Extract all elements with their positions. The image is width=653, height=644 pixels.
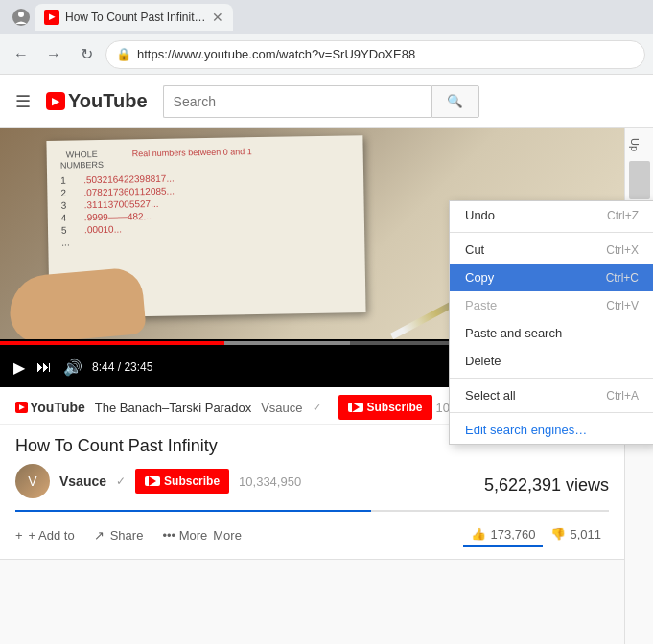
ctx-divider-1	[450, 232, 653, 233]
more-label-text: More	[213, 528, 242, 542]
context-menu-select-all[interactable]: Select all Ctrl+A	[450, 381, 653, 409]
context-menu-undo[interactable]: Undo Ctrl+Z	[450, 201, 653, 229]
youtube-logo-icon: ▶	[46, 92, 65, 110]
ctx-divider-2	[450, 378, 653, 379]
browser-tab[interactable]: ▶ How To Count Past Infinit… ✕	[35, 4, 233, 31]
search-container: 🔍	[163, 85, 638, 118]
browser-icon	[8, 4, 35, 31]
channel-label-small: Vsauce	[261, 401, 302, 415]
browser-titlebar: ▶ How To Count Past Infinit… ✕	[0, 0, 653, 34]
back-button[interactable]: ←	[8, 41, 35, 68]
context-menu-paste-search[interactable]: Paste and search	[450, 319, 653, 347]
search-button[interactable]: 🔍	[431, 85, 479, 118]
progress-bar-buffer	[224, 341, 349, 345]
subscribe-button-main[interactable]: Subscribe	[135, 469, 229, 494]
small-yt-logo: ▶ YouTube	[15, 400, 85, 415]
thumbs-up-icon: 👍	[471, 527, 486, 541]
youtube-logo-text: YouTube	[68, 90, 148, 112]
channel-and-views-row: V Vsauce ✓ Subscribe 10,334,950 5,622,39…	[15, 464, 609, 506]
tab-close-button[interactable]: ✕	[212, 10, 223, 25]
forward-button[interactable]: →	[40, 41, 67, 68]
url-text: https://www.youtube.com/watch?v=SrU9YDoX…	[137, 47, 415, 61]
more-button[interactable]: ••• More More	[162, 528, 242, 542]
video-info: How To Count Past Infinity V Vsauce ✓ Su…	[0, 425, 624, 560]
like-dislike-container: 👍 173,760 👎 5,011	[463, 523, 609, 547]
sidebar-up-label: Up	[629, 138, 649, 151]
context-menu-copy[interactable]: Copy Ctrl+C	[450, 264, 653, 291]
address-bar[interactable]: 🔒 https://www.youtube.com/watch?v=SrU9YD…	[105, 40, 645, 69]
play-button[interactable]: ▶	[12, 356, 27, 379]
context-menu-paste[interactable]: Paste Ctrl+V	[450, 291, 653, 319]
progress-indicator	[15, 510, 371, 512]
sidebar-thumbnail-1[interactable]	[629, 161, 650, 199]
paper-header: WHOLENUMBERS Real numbers between 0 and …	[60, 145, 350, 171]
next-button[interactable]: ⏭	[35, 356, 54, 378]
action-row: + + Add to ↗ Share ••• More More 👍 173,7…	[15, 516, 609, 547]
dislike-button[interactable]: 👎 5,011	[543, 523, 609, 547]
context-menu-delete[interactable]: Delete	[450, 347, 653, 375]
tab-favicon: ▶	[44, 10, 59, 25]
add-to-button[interactable]: + + Add to	[15, 528, 75, 542]
youtube-logo[interactable]: ▶ YouTube	[46, 90, 148, 112]
search-icon: 🔍	[447, 94, 463, 108]
small-yt-icon: ▶	[15, 402, 28, 413]
time-display: 8:44 / 23:45	[92, 360, 152, 374]
svg-point-1	[18, 12, 24, 17]
sub-count-main: 10,334,950	[239, 474, 301, 489]
progress-bar-fill	[0, 341, 224, 345]
youtube-header: ☰ ▶ YouTube 🔍	[0, 75, 653, 128]
like-button[interactable]: 👍 173,760	[463, 523, 543, 547]
context-menu-cut[interactable]: Cut Ctrl+X	[450, 236, 653, 264]
hand-shape	[7, 266, 147, 339]
context-menu: Undo Ctrl+Z Cut Ctrl+X Copy Ctrl+C Paste…	[449, 200, 653, 445]
search-input[interactable]	[163, 85, 431, 118]
col2-header: Real numbers between 0 and 1	[132, 147, 252, 170]
verified-icon: ✓	[116, 474, 126, 488]
lock-icon: 🔒	[116, 47, 131, 61]
browser-navbar: ← → ↻ 🔒 https://www.youtube.com/watch?v=…	[0, 34, 653, 75]
channel-name: Vsauce	[59, 473, 106, 489]
small-yt-text: YouTube	[30, 400, 85, 415]
ctx-divider-3	[450, 412, 653, 413]
channel-row: V Vsauce ✓ Subscribe 10,334,950	[15, 464, 301, 498]
video-subtitle: The Banach–Tarski Paradox	[95, 401, 251, 415]
divider	[15, 510, 609, 512]
menu-icon[interactable]: ☰	[15, 91, 31, 112]
subscribe-icon	[348, 402, 363, 412]
verified-small: ✓	[313, 402, 321, 414]
tab-title: How To Count Past Infinit…	[65, 11, 206, 24]
volume-button[interactable]: 🔊	[61, 356, 84, 379]
share-button[interactable]: ↗ Share	[94, 528, 144, 542]
col1-header: WHOLENUMBERS	[60, 150, 104, 171]
channel-avatar[interactable]: V	[15, 464, 50, 498]
main-content: WHOLENUMBERS Real numbers between 0 and …	[0, 128, 653, 644]
add-icon: +	[15, 528, 23, 542]
refresh-button[interactable]: ↻	[73, 41, 100, 68]
subscribe-icon-main	[145, 476, 160, 486]
views-count: 5,622,391 views	[484, 475, 609, 495]
share-icon: ↗	[94, 528, 105, 542]
hand-area	[0, 243, 173, 339]
thumbs-down-icon: 👎	[550, 527, 566, 541]
subscribe-button[interactable]: Subscribe	[338, 395, 432, 420]
context-menu-edit-engines[interactable]: Edit search engines…	[450, 416, 653, 444]
